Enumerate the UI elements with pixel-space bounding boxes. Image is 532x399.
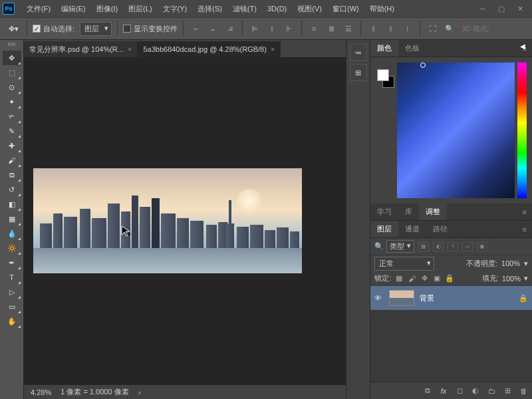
filter-adjust-icon[interactable]: ◐ [433,242,444,251]
move-tool-icon[interactable]: ✥▾ [5,21,21,37]
foreground-color[interactable] [377,69,389,81]
lasso-tool[interactable]: ⊙ [3,80,21,94]
align-top-icon[interactable]: ⫟ [189,23,202,34]
menu-filter[interactable]: 滤镜(T) [227,1,262,17]
layers-tab[interactable]: 图层 [370,221,398,237]
type-tool[interactable]: T [3,270,21,285]
properties-panel-icon[interactable]: ⊞ [350,64,367,81]
autoselect-target-dropdown[interactable]: 图层 [80,22,112,36]
menu-view[interactable]: 视图(V) [292,1,327,17]
menu-file[interactable]: 文件(F) [21,1,56,17]
hue-slider[interactable] [517,63,527,198]
layer-name[interactable]: 背景 [420,293,513,303]
learn-tab[interactable]: 学习 [370,203,398,220]
transform-checkbox[interactable]: 显示变换控件 [123,24,178,34]
healing-tool[interactable]: ✚ [3,138,21,153]
3d-mode-icon[interactable]: ⛶ [426,23,439,34]
filter-kind-dropdown[interactable]: 类型 [386,240,414,253]
color-tab[interactable]: 颜色 [370,40,398,57]
layer-mask-icon[interactable]: ◻ [455,386,464,395]
hand-tool[interactable]: ✋ [3,314,21,329]
library-tab[interactable]: 库 [398,203,419,220]
document-tab[interactable]: 5a3bb6840dcad.jpg @ 4.28%(RGB/8)× [138,41,281,57]
pen-tool[interactable]: ✒ [3,255,21,270]
maximize-button[interactable]: ▢ [492,2,511,15]
dist-vcenter-icon[interactable]: ≣ [325,23,338,34]
opacity-value[interactable]: 100% [501,259,520,267]
swatches-tab[interactable]: 色板 [398,40,426,57]
menu-window[interactable]: 窗口(W) [327,1,364,17]
filter-icon[interactable]: 🔍 [374,242,384,251]
lock-transparency-icon[interactable]: ▦ [394,274,404,283]
fill-value[interactable]: 100% [502,275,521,283]
document-tab[interactable]: 常见分辨率.psd @ 104%(R...× [24,41,138,57]
layer-row[interactable]: 👁 背景 🔒 [370,286,532,310]
gradient-tool[interactable]: ▦ [3,211,21,226]
eraser-tool[interactable]: ◧ [3,197,21,211]
menu-image[interactable]: 图像(I) [91,1,123,17]
lock-all-icon[interactable]: 🔒 [445,274,454,283]
menu-edit[interactable]: 编辑(E) [56,1,91,17]
eyedropper-tool[interactable]: ✎ [3,124,21,138]
align-bottom-icon[interactable]: ⫡ [223,23,237,34]
dist-left-icon[interactable]: ⦀ [366,23,380,34]
path-select-tool[interactable]: ▷ [3,285,21,299]
color-field[interactable] [397,63,515,198]
history-brush-tool[interactable]: ↺ [3,182,21,197]
filter-type-icon[interactable]: T [448,242,458,251]
lock-artboard-icon[interactable]: ▣ [432,274,442,283]
menu-select[interactable]: 选择(S) [192,1,227,17]
dist-top-icon[interactable]: ≡ [307,23,321,34]
close-button[interactable]: ✕ [511,2,529,15]
lock-position-icon[interactable]: ✥ [420,274,429,283]
layer-style-icon[interactable]: fx [439,387,448,395]
history-panel-icon[interactable]: ≔ [350,44,367,61]
panel-menu-icon[interactable]: ≡ [520,208,529,216]
quick-select-tool[interactable]: ✦ [3,94,21,109]
menu-3d[interactable]: 3D(D) [262,2,292,15]
blend-mode-dropdown[interactable]: 正常 [374,257,434,271]
visibility-icon[interactable]: 👁 [374,294,384,302]
menu-type[interactable]: 文字(Y) [158,1,193,17]
crop-tool[interactable]: ✃ [3,109,21,124]
rectangle-tool[interactable]: ▭ [3,299,21,314]
layer-thumbnail[interactable] [389,290,414,306]
adjustment-layer-icon[interactable]: ◐ [471,386,480,395]
tab-close-icon[interactable]: × [128,45,132,53]
delete-layer-icon[interactable]: 🗑 [519,387,528,395]
brush-tool[interactable]: 🖌 [3,153,21,168]
lock-image-icon[interactable]: 🖌 [407,274,416,283]
align-left-icon[interactable]: ⊫ [248,23,261,34]
autoselect-checkbox[interactable]: ✓自动选择: [33,24,74,34]
move-tool[interactable]: ✥ [3,51,21,65]
filter-pixel-icon[interactable]: ▦ [418,242,429,251]
menu-layer[interactable]: 图层(L) [123,1,157,17]
canvas-area[interactable] [24,57,346,384]
dist-right-icon[interactable]: ⫶ [401,23,414,34]
stamp-tool[interactable]: ⧉ [3,168,21,182]
blur-tool[interactable]: 💧 [3,226,21,241]
marquee-tool[interactable]: ⬚ [3,65,21,80]
toolbox-grip[interactable] [2,43,22,48]
search-icon[interactable]: 🔍 [443,23,456,34]
panel-menu-icon[interactable]: ≡ [520,225,529,233]
layer-group-icon[interactable]: 🗀 [487,387,496,395]
dodge-tool[interactable]: 🔆 [3,241,21,255]
new-layer-icon[interactable]: ⊞ [503,386,512,395]
menu-help[interactable]: 帮助(H) [364,1,400,17]
dist-hcenter-icon[interactable]: ⫴ [384,23,397,34]
link-layers-icon[interactable]: ⧉ [423,386,432,395]
tab-close-icon[interactable]: × [271,45,275,53]
channels-tab[interactable]: 通道 [398,221,426,237]
dist-bottom-icon[interactable]: ☰ [342,23,355,34]
paths-tab[interactable]: 路径 [426,221,454,237]
align-vcenter-icon[interactable]: ⫠ [206,23,219,34]
status-expand-icon[interactable]: › [138,388,141,396]
zoom-level[interactable]: 4.28% [31,388,51,396]
minimize-button[interactable]: ─ [473,2,492,15]
align-hcenter-icon[interactable]: ⫲ [265,23,279,34]
align-right-icon[interactable]: ⊩ [283,23,296,34]
filter-smart-icon[interactable]: ▣ [477,242,487,251]
filter-shape-icon[interactable]: ▱ [462,242,473,251]
adjustments-tab[interactable]: 调整 [419,203,447,220]
